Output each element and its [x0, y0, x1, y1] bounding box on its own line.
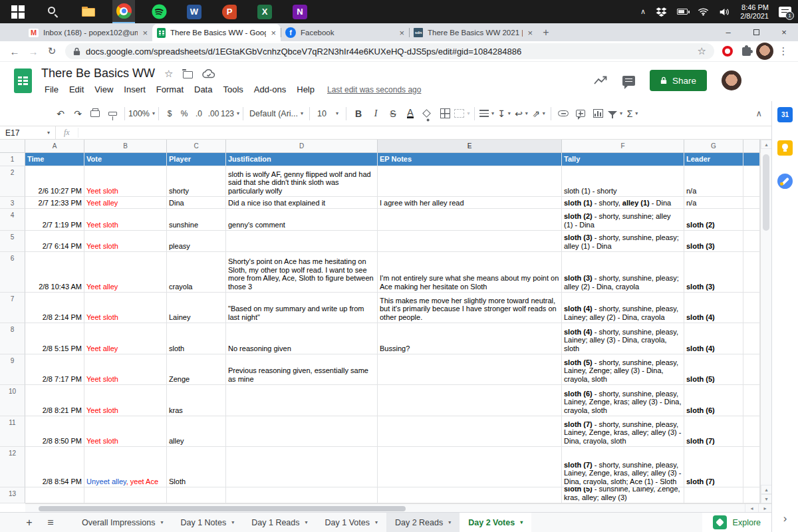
italic-button[interactable]: I [367, 105, 384, 122]
dropbox-icon[interactable] [656, 7, 667, 17]
forward-button[interactable]: → [24, 42, 43, 61]
print-button[interactable] [86, 105, 104, 122]
windows-start-button[interactable] [7, 0, 29, 23]
cell-player-r7[interactable]: Lainey [167, 293, 226, 323]
cell-ep-notes-r13[interactable] [378, 487, 562, 503]
header-cell-time[interactable]: Time [25, 153, 84, 166]
sheet-tab-dropdown-icon[interactable]: ▾ [231, 519, 234, 525]
cell-player-r12[interactable]: Sloth [167, 447, 226, 487]
horizontal-scrollbar[interactable]: ◂ ▸ [25, 503, 771, 512]
sheet-tab-day-2-votes[interactable]: Day 2 Votes▾ [460, 513, 531, 532]
strikethrough-button[interactable]: S [384, 105, 402, 122]
cell-vote-r6[interactable]: Yeet alley [84, 252, 167, 293]
column-header-E[interactable]: E [378, 140, 562, 153]
cell-player-r6[interactable]: crayola [167, 252, 226, 293]
cell-tally-r3[interactable]: sloth (1) - shorty, alley (1) - Dina [562, 197, 684, 209]
extension-red-icon[interactable] [718, 42, 737, 61]
cell-vote-r10[interactable]: Yeet sloth [84, 385, 167, 416]
cell-vote-r11[interactable]: Yeet sloth [84, 416, 167, 447]
cell-extra-r4[interactable] [743, 209, 760, 231]
window-minimize-button[interactable]: – [714, 23, 742, 41]
header-cell-vote[interactable]: Vote [84, 153, 167, 166]
cell-vote-r5[interactable]: Yeet sloth [84, 231, 167, 252]
cell-tally-r12[interactable]: sloth (7) - shorty, sunshine, pleasy, La… [562, 447, 684, 487]
cell-ep-notes-r4[interactable] [378, 209, 562, 231]
column-header-D[interactable]: D [226, 140, 378, 153]
cell-leader-r11[interactable]: sloth (7) [684, 416, 743, 447]
insert-comment-button[interactable] [572, 105, 589, 122]
header-cell-player[interactable]: Player [167, 153, 226, 166]
sheets-logo-icon[interactable] [14, 68, 32, 93]
cell-leader-r6[interactable]: sloth (3) [684, 252, 743, 293]
bookmark-star-icon[interactable]: ☆ [698, 45, 706, 57]
menu-data[interactable]: Data [190, 82, 217, 96]
cell-vote-r4[interactable]: Yeet sloth [84, 209, 167, 231]
taskbar-file-explorer[interactable] [77, 0, 100, 23]
merge-cells-button[interactable]: ▾ [454, 105, 471, 122]
battery-icon[interactable] [677, 9, 688, 15]
decrease-decimals-button[interactable]: .0 [192, 105, 206, 122]
cell-extra-r5[interactable] [743, 231, 760, 252]
reload-button[interactable]: ↻ [43, 42, 61, 61]
row-number-12[interactable]: 12 [0, 447, 25, 487]
cell-time-r7[interactable]: 2/8 2:14 PM [25, 293, 84, 323]
keep-icon[interactable] [777, 140, 793, 156]
row-number-7[interactable]: 7 [0, 293, 25, 323]
cell-tally-r2[interactable]: sloth (1) - shorty [562, 166, 684, 197]
star-document-icon[interactable]: ☆ [164, 68, 173, 80]
bold-button[interactable]: B [350, 105, 367, 122]
menu-tools[interactable]: Tools [218, 82, 247, 96]
paint-format-button[interactable] [104, 105, 121, 122]
row-number-1[interactable]: 1 [0, 153, 25, 166]
cell-time-r9[interactable]: 2/8 7:17 PM [25, 354, 84, 385]
header-cell-justification[interactable]: Justification [226, 153, 378, 166]
sheet-tab-dropdown-icon[interactable]: ▾ [160, 519, 163, 525]
cell-justification-r4[interactable]: genny's comment [226, 209, 378, 231]
all-sheets-button[interactable]: ≡ [40, 513, 61, 532]
cell-player-r13[interactable] [167, 487, 226, 503]
document-title[interactable]: There Be Basics WW [41, 66, 155, 80]
browser-tab-1[interactable]: MInbox (168) - popex102@umn.ed× [24, 24, 152, 41]
text-wrap-button[interactable]: ↩▾ [513, 105, 530, 122]
cell-justification-r11[interactable] [226, 416, 378, 447]
sheet-tab-dropdown-icon[interactable]: ▾ [375, 519, 378, 525]
row-number-6[interactable]: 6 [0, 252, 25, 293]
row-number-3[interactable]: 3 [0, 197, 25, 209]
sheet-tab-dropdown-icon[interactable]: ▾ [520, 519, 523, 525]
zoom-select[interactable]: 100%▾ [128, 105, 155, 122]
cell-time-r6[interactable]: 2/8 10:43 AM [25, 252, 84, 293]
browser-menu-icon[interactable]: ⋮ [774, 42, 793, 61]
sheet-tab-overall-impressions[interactable]: Overall Impressions▾ [73, 513, 172, 532]
horizontal-align-button[interactable]: ▾ [478, 105, 495, 122]
cell-justification-r9[interactable]: Previous reasoning given, essentially sa… [226, 354, 378, 385]
row-number-9[interactable]: 9 [0, 354, 25, 385]
cell-ep-notes-r10[interactable] [378, 385, 562, 416]
functions-button[interactable]: Σ▾ [624, 105, 641, 122]
cell-extra-r6[interactable] [743, 252, 760, 293]
fill-color-button[interactable] [419, 105, 436, 122]
cell-player-r8[interactable]: sloth [167, 323, 226, 354]
cell-ep-notes-r9[interactable] [378, 354, 562, 385]
cell-tally-r13[interactable]: sloth (5) - sunshine, Lainey, Zenge, kra… [562, 487, 684, 503]
new-tab-button[interactable]: + [537, 24, 555, 41]
side-panel-collapse-icon[interactable]: › [783, 512, 787, 525]
volume-icon[interactable] [719, 7, 730, 17]
back-button[interactable]: ← [5, 42, 24, 61]
cell-leader-r2[interactable]: n/a [684, 166, 743, 197]
cell-extra-r7[interactable] [743, 293, 760, 323]
column-header-C[interactable]: C [167, 140, 226, 153]
menu-format[interactable]: Format [152, 82, 188, 96]
menu-help[interactable]: Help [292, 82, 319, 96]
share-button[interactable]: Share [650, 70, 707, 91]
cell-vote-r12[interactable]: Unyeet alley, yeet Ace [84, 447, 167, 487]
cell-vote-r9[interactable]: Yeet sloth [84, 354, 167, 385]
cell-time-r12[interactable]: 2/8 8:54 PM [25, 447, 84, 487]
cell-justification-r2[interactable]: sloth is wolfy AF, genny flipped wolf an… [226, 166, 378, 197]
cell-player-r4[interactable]: sunshine [167, 209, 226, 231]
cell-time-r4[interactable]: 2/7 1:19 PM [25, 209, 84, 231]
browser-tab-2[interactable]: There Be Basics WW - Google Sh× [152, 24, 281, 41]
window-restore-button[interactable] [742, 23, 770, 41]
cell-player-r3[interactable]: Dina [167, 197, 226, 209]
move-to-folder-icon[interactable] [183, 71, 193, 78]
column-header-G[interactable]: G [684, 140, 743, 153]
